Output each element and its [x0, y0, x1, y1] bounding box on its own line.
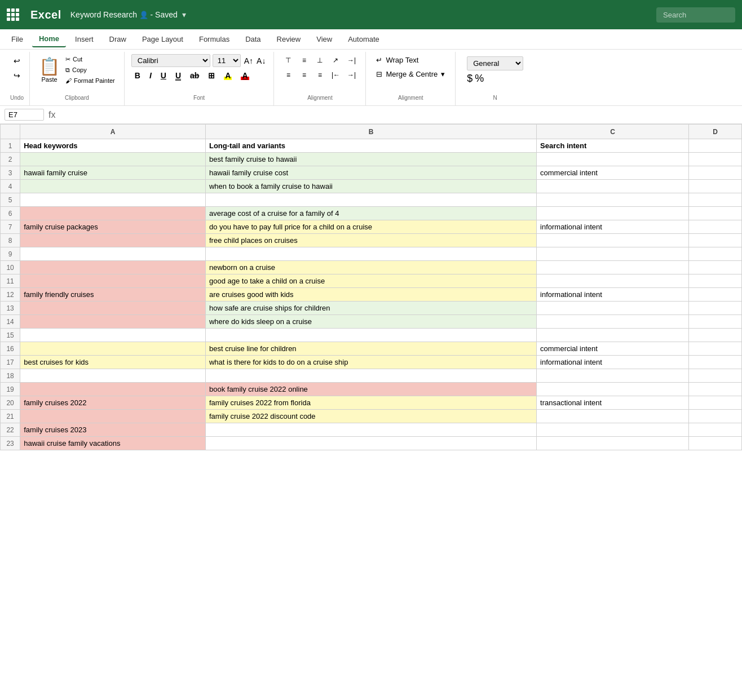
font-family-select[interactable]: Calibri: [131, 54, 210, 67]
cell-d-5[interactable]: [689, 193, 742, 207]
cell-b-12[interactable]: are cruises good with kids: [205, 288, 536, 302]
row-number-cell[interactable]: 21: [1, 410, 20, 423]
cell-a-12[interactable]: family friendly cruises: [20, 288, 206, 302]
row-number-cell[interactable]: 2: [1, 153, 20, 166]
row-number-cell[interactable]: 11: [1, 274, 20, 288]
cell-c-20[interactable]: transactional intent: [537, 396, 689, 410]
cell-b-9[interactable]: [205, 247, 536, 261]
cell-a-22[interactable]: family cruises 2023: [20, 423, 206, 437]
cell-c-12[interactable]: informational intent: [537, 288, 689, 302]
undo-button[interactable]: ↩: [9, 54, 25, 68]
cell-a-1[interactable]: Head keywords: [20, 139, 206, 153]
cell-b-14[interactable]: where do kids sleep on a cruise: [205, 315, 536, 329]
cell-b-2[interactable]: best family cruise to hawaii: [205, 153, 536, 166]
cell-c-7[interactable]: informational intent: [537, 220, 689, 234]
menu-insert[interactable]: Insert: [68, 32, 100, 47]
cell-c-10[interactable]: [537, 261, 689, 274]
merge-centre-button[interactable]: ⊟ Merge & Centre ▾: [373, 68, 448, 80]
bottom-align-button[interactable]: ⊥: [312, 54, 327, 67]
cell-d-19[interactable]: [689, 383, 742, 396]
cell-d-7[interactable]: [689, 220, 742, 234]
increase-font-size-button[interactable]: A↑: [243, 55, 254, 67]
row-number-cell[interactable]: 5: [1, 193, 20, 207]
cell-a-16[interactable]: [20, 342, 206, 356]
cell-d-12[interactable]: [689, 288, 742, 302]
cell-c-6[interactable]: [537, 207, 689, 220]
cell-d-18[interactable]: [689, 369, 742, 383]
cell-a-19[interactable]: [20, 383, 206, 396]
row-number-cell[interactable]: 9: [1, 247, 20, 261]
cell-a-3[interactable]: hawaii family cruise: [20, 166, 206, 180]
cell-d-23[interactable]: [689, 437, 742, 450]
cell-b-10[interactable]: newborn on a cruise: [205, 261, 536, 274]
app-grid-icon[interactable]: [7, 8, 19, 21]
menu-draw[interactable]: Draw: [103, 32, 133, 47]
middle-align-button[interactable]: ≡: [297, 54, 311, 67]
copy-button[interactable]: ⧉ Copy: [63, 65, 117, 75]
row-number-cell[interactable]: 13: [1, 302, 20, 315]
number-format-select[interactable]: General: [467, 56, 523, 70]
cell-a-5[interactable]: [20, 193, 206, 207]
row-number-cell[interactable]: 6: [1, 207, 20, 220]
increase-indent-button[interactable]: →|: [344, 54, 359, 67]
merge-dropdown-icon[interactable]: ▾: [441, 70, 445, 78]
cell-b-23[interactable]: [205, 437, 536, 450]
cell-b-11[interactable]: good age to take a child on a cruise: [205, 274, 536, 288]
double-underline-button[interactable]: U: [172, 69, 184, 82]
cell-d-20[interactable]: [689, 396, 742, 410]
menu-home[interactable]: Home: [32, 31, 66, 47]
row-number-cell[interactable]: 22: [1, 423, 20, 437]
col-header-d[interactable]: D: [689, 125, 742, 139]
cell-c-14[interactable]: [537, 315, 689, 329]
cell-a-13[interactable]: [20, 302, 206, 315]
cell-d-4[interactable]: [689, 180, 742, 193]
cell-d-6[interactable]: [689, 207, 742, 220]
underline-button[interactable]: U: [157, 69, 170, 82]
row-number-cell[interactable]: 15: [1, 329, 20, 342]
cell-c-4[interactable]: [537, 180, 689, 193]
col-header-b[interactable]: B: [205, 125, 536, 139]
formula-input[interactable]: [60, 109, 737, 120]
search-input[interactable]: [656, 7, 735, 23]
orientation-button[interactable]: ↗: [328, 54, 343, 67]
cell-c-5[interactable]: [537, 193, 689, 207]
cell-b-21[interactable]: family cruise 2022 discount code: [205, 410, 536, 423]
col-header-c[interactable]: C: [537, 125, 689, 139]
row-number-cell[interactable]: 14: [1, 315, 20, 329]
cell-c-23[interactable]: [537, 437, 689, 450]
row-number-cell[interactable]: 3: [1, 166, 20, 180]
menu-automate[interactable]: Automate: [341, 32, 386, 47]
menu-data[interactable]: Data: [238, 32, 267, 47]
cut-button[interactable]: ✂ Cut: [63, 55, 117, 64]
cell-b-16[interactable]: best cruise line for children: [205, 342, 536, 356]
cell-c-16[interactable]: commercial intent: [537, 342, 689, 356]
cell-a-17[interactable]: best cruises for kids: [20, 356, 206, 369]
cell-d-8[interactable]: [689, 234, 742, 247]
cell-b-5[interactable]: [205, 193, 536, 207]
currency-button[interactable]: $: [467, 73, 472, 85]
cell-c-17[interactable]: informational intent: [537, 356, 689, 369]
row-number-cell[interactable]: 7: [1, 220, 20, 234]
cell-c-22[interactable]: [537, 423, 689, 437]
cell-a-18[interactable]: [20, 369, 206, 383]
cell-c-9[interactable]: [537, 247, 689, 261]
cell-d-17[interactable]: [689, 356, 742, 369]
cell-c-19[interactable]: [537, 383, 689, 396]
row-number-cell[interactable]: 20: [1, 396, 20, 410]
cell-b-4[interactable]: when to book a family cruise to hawaii: [205, 180, 536, 193]
cell-b-22[interactable]: [205, 423, 536, 437]
cell-a-6[interactable]: [20, 207, 206, 220]
wrap-text-button[interactable]: ↵ Wrap Text: [373, 54, 448, 66]
right-align-button[interactable]: ≡: [312, 69, 327, 81]
menu-review[interactable]: Review: [270, 32, 308, 47]
cell-a-14[interactable]: [20, 315, 206, 329]
cell-a-15[interactable]: [20, 329, 206, 342]
menu-file[interactable]: File: [5, 32, 30, 47]
decrease-font-size-button[interactable]: A↓: [255, 55, 267, 67]
cell-b-8[interactable]: free child places on cruises: [205, 234, 536, 247]
cell-c-3[interactable]: commercial intent: [537, 166, 689, 180]
percent-button[interactable]: %: [475, 73, 484, 85]
cell-a-4[interactable]: [20, 180, 206, 193]
strikethrough-button[interactable]: ab: [187, 69, 202, 82]
font-color-button[interactable]: A: [237, 69, 252, 82]
